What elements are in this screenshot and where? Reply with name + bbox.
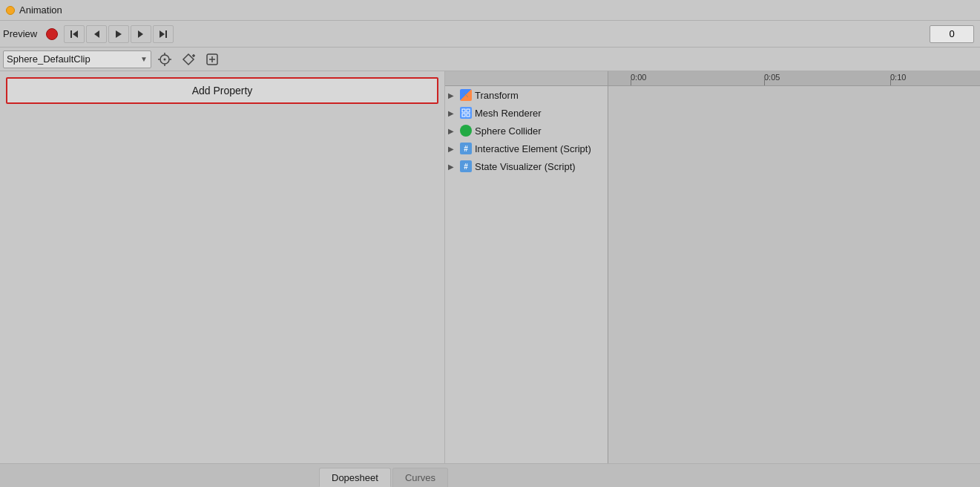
clip-row: Sphere_DefaultClip ▼ <box>0 48 980 71</box>
last-frame-button[interactable] <box>153 25 174 43</box>
transform-icon <box>460 89 472 101</box>
mesh-renderer-icon <box>460 107 472 119</box>
transform-label: Transform <box>475 90 519 101</box>
time-mark-10: 0:10 <box>890 73 906 82</box>
expand-arrow-transform: ▶ <box>448 91 457 99</box>
tab-dopesheet[interactable]: Dopesheet <box>319 468 391 487</box>
next-frame-button[interactable] <box>131 25 151 43</box>
svg-rect-24 <box>462 114 465 117</box>
add-event-icon <box>205 53 219 66</box>
time-ruler: 0:00 0:05 0:10 <box>608 71 980 85</box>
time-mark-5: 0:05 <box>764 73 780 82</box>
first-frame-icon <box>69 29 79 39</box>
list-item[interactable]: ▶ # State Visualizer (Script) <box>445 157 608 175</box>
clip-selector[interactable]: Sphere_DefaultClip ▼ <box>3 50 151 68</box>
state-visualizer-label: State Visualizer (Script) <box>475 161 576 172</box>
svg-rect-25 <box>467 114 470 117</box>
tick-0 <box>631 79 631 85</box>
add-property-button[interactable]: Add Property <box>6 77 438 104</box>
add-event-button[interactable] <box>202 50 223 68</box>
frame-input[interactable] <box>930 25 974 43</box>
last-frame-icon <box>158 29 168 39</box>
tab-curves-label: Curves <box>405 472 435 483</box>
expand-arrow-interactive: ▶ <box>448 145 457 153</box>
expand-arrow-mesh: ▶ <box>448 109 457 117</box>
svg-marker-6 <box>160 30 165 38</box>
list-item[interactable]: ▶ Mesh Renderer <box>445 104 608 122</box>
prev-frame-icon <box>91 29 102 39</box>
main-content: Add Property 0:00 0:05 0:10 ▶ <box>0 71 980 487</box>
toolbar: Preview <box>0 21 980 48</box>
sphere-collider-icon <box>460 125 472 137</box>
preview-label: Preview <box>3 28 37 39</box>
sphere-collider-label: Sphere Collider <box>475 125 542 137</box>
play-button[interactable] <box>108 25 129 43</box>
right-panel: 0:00 0:05 0:10 ▶ <box>445 71 980 487</box>
svg-rect-23 <box>467 109 470 112</box>
record-icon <box>46 28 58 40</box>
tab-curves[interactable]: Curves <box>392 468 448 487</box>
tick-10 <box>890 79 891 85</box>
clip-dropdown-arrow: ▼ <box>140 55 148 63</box>
expand-arrow-state: ▶ <box>448 163 457 171</box>
list-item[interactable]: ▶ Transform <box>445 86 608 104</box>
next-frame-icon <box>136 29 146 39</box>
play-icon <box>114 29 124 39</box>
property-list: ▶ Transform ▶ <box>445 86 608 487</box>
crosshair-button[interactable] <box>154 50 175 68</box>
property-header-spacer <box>445 71 608 85</box>
svg-marker-3 <box>116 30 122 38</box>
svg-line-21 <box>464 93 468 97</box>
add-keyframe-button[interactable] <box>178 50 199 68</box>
svg-rect-0 <box>70 30 72 38</box>
window-dot <box>6 6 15 15</box>
list-item[interactable]: ▶ Sphere Collider <box>445 122 608 140</box>
expand-arrow-sphere: ▶ <box>448 127 457 135</box>
interactive-element-icon: # <box>460 143 472 154</box>
timeline-header: 0:00 0:05 0:10 <box>445 71 980 86</box>
svg-marker-13 <box>183 54 194 65</box>
add-keyframe-icon <box>182 53 195 66</box>
property-list-area: ▶ Transform ▶ <box>445 86 980 487</box>
svg-marker-4 <box>138 30 143 38</box>
tab-bar: Dopesheet Curves <box>0 463 980 487</box>
list-item[interactable]: ▶ # Interactive Element (Script) <box>445 140 608 157</box>
svg-point-12 <box>164 58 166 60</box>
mesh-renderer-label: Mesh Renderer <box>475 108 542 119</box>
state-visualizer-icon: # <box>460 160 472 172</box>
tick-5 <box>764 79 765 85</box>
crosshair-icon <box>158 53 171 66</box>
timeline-content <box>608 86 980 487</box>
tab-dopesheet-label: Dopesheet <box>332 472 378 483</box>
prev-frame-button[interactable] <box>86 25 107 43</box>
window-title: Animation <box>19 4 62 16</box>
left-panel: Add Property <box>0 71 445 487</box>
add-property-label: Add Property <box>192 85 253 97</box>
svg-rect-5 <box>165 30 167 38</box>
time-mark-0: 0:00 <box>631 73 646 82</box>
svg-marker-1 <box>73 30 78 38</box>
title-bar: Animation <box>0 0 980 21</box>
svg-rect-22 <box>462 109 465 112</box>
record-button[interactable] <box>42 25 62 43</box>
svg-marker-2 <box>94 30 99 38</box>
interactive-element-label: Interactive Element (Script) <box>475 143 591 154</box>
clip-name: Sphere_DefaultClip <box>7 53 91 65</box>
first-frame-button[interactable] <box>64 25 85 43</box>
